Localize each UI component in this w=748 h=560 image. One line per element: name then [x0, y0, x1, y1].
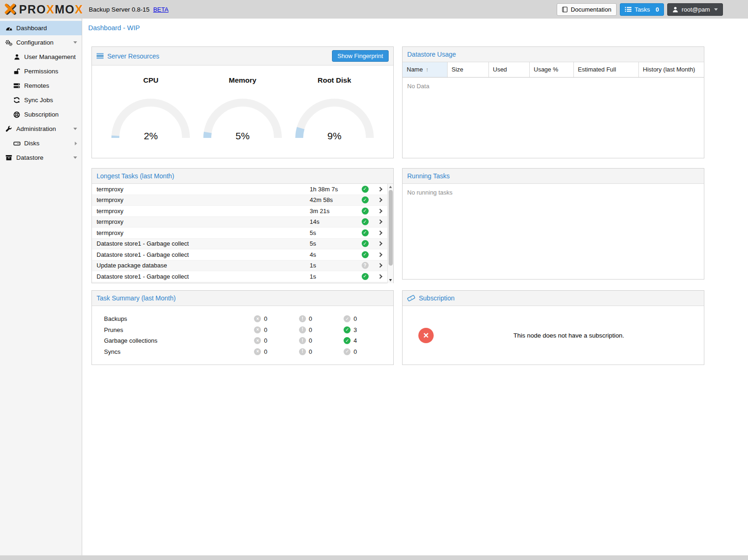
- user-icon: [672, 7, 678, 13]
- chevron-right-icon[interactable]: [377, 187, 382, 191]
- server-resources-icon: [97, 53, 104, 59]
- warning-count-icon: !: [299, 348, 306, 355]
- column-header-size[interactable]: Size: [447, 62, 488, 77]
- task-row[interactable]: termproxy 1h 38m 7s ✓: [92, 184, 393, 195]
- chevron-right-icon[interactable]: [377, 220, 382, 224]
- task-status-icon: ✓: [362, 218, 369, 225]
- error-count-icon: ×: [254, 326, 261, 333]
- summary-row-garbage-collections: Garbage collections ×0 !0 ✓4: [92, 335, 393, 346]
- sidebar-item-configuration[interactable]: Configuration: [0, 35, 82, 50]
- task-row[interactable]: termproxy 3m 21s ✓: [92, 206, 393, 217]
- proxmox-x-icon: [4, 3, 17, 16]
- times-circle-icon: ×: [418, 328, 434, 343]
- column-header-estimated-full[interactable]: Estimated Full: [573, 62, 638, 77]
- chevron-right-icon[interactable]: [377, 208, 382, 213]
- task-status-icon: ✓: [362, 208, 369, 215]
- page-title-bar: Dashboard - WIP: [82, 19, 748, 37]
- server-icon: [13, 83, 21, 89]
- scroll-up-arrow-icon[interactable]: [389, 186, 392, 188]
- error-count-icon: ×: [254, 337, 261, 344]
- sidebar: Dashboard Configuration User Management: [0, 19, 82, 555]
- ok-count-icon: ✓: [344, 337, 351, 344]
- task-status-icon: ?: [362, 262, 369, 269]
- column-header-used[interactable]: Used: [488, 62, 529, 77]
- tasks-button[interactable]: Tasks 0: [620, 3, 664, 16]
- beta-link[interactable]: BETA: [153, 6, 169, 13]
- task-row[interactable]: Datastore store1 - Garbage collect 4s ✓: [92, 249, 393, 260]
- sidebar-item-permissions[interactable]: Permissions: [0, 64, 82, 78]
- task-summary-panel: Task Summary (last Month) Backups ×0 !0 …: [91, 290, 394, 365]
- sidebar-item-subscription[interactable]: Subscription: [0, 107, 82, 122]
- sidebar-item-datastore[interactable]: Datastore: [0, 150, 82, 165]
- running-tasks-empty-text: No running tasks: [403, 184, 704, 201]
- chevron-right-icon[interactable]: [377, 198, 382, 202]
- scroll-down-arrow-icon[interactable]: [389, 279, 392, 281]
- task-row[interactable]: Datastore store1 - Garbage collect 1s ✓: [92, 271, 393, 282]
- sidebar-item-sync-jobs[interactable]: Sync Jobs: [0, 93, 82, 107]
- task-row[interactable]: termproxy 42m 58s ✓: [92, 195, 393, 206]
- sort-ascending-icon: ↑: [426, 66, 429, 73]
- sidebar-item-disks[interactable]: Disks: [0, 136, 82, 150]
- task-row[interactable]: Update package database 1s ?: [92, 260, 393, 272]
- column-header-name[interactable]: Name↑: [403, 62, 447, 77]
- column-header-history[interactable]: History (last Month): [638, 62, 704, 77]
- sync-refresh-icon: [13, 97, 21, 103]
- tasks-count-badge: 0: [656, 6, 659, 13]
- vertical-scrollbar[interactable]: [387, 184, 393, 283]
- resource-gauges: CPU 2% Memory: [92, 65, 393, 139]
- wrench-icon: [5, 126, 13, 132]
- chevron-right-icon[interactable]: [377, 241, 382, 246]
- proxmox-logo[interactable]: PROXMOX: [4, 3, 83, 16]
- book-icon: [562, 7, 568, 13]
- user-menu-button[interactable]: root@pam: [667, 3, 723, 16]
- page-title: Dashboard - WIP: [88, 24, 140, 32]
- scrollbar-thumb[interactable]: [389, 190, 393, 266]
- task-status-icon: ✓: [362, 186, 369, 193]
- top-header: PROXMOX Backup Server 0.8-15 BETA Docume…: [0, 0, 748, 19]
- task-status-icon: ✓: [362, 229, 369, 236]
- longest-tasks-panel: Longest Tasks (last Month) termproxy 1h …: [91, 168, 394, 283]
- sidebar-item-user-management[interactable]: User Management: [0, 50, 82, 64]
- hdd-icon: [13, 141, 21, 146]
- server-resources-title: Server Resources: [107, 52, 159, 60]
- summary-row-backups: Backups ×0 !0 ✓0: [92, 313, 393, 325]
- chevron-right-icon[interactable]: [377, 274, 382, 279]
- memory-gauge: Memory 5%: [199, 76, 286, 139]
- datastore-usage-table: Name↑ Size Used Usage % Estimated Full H…: [403, 62, 704, 78]
- datastore-usage-title: Datastore Usage: [407, 51, 456, 58]
- chevron-right-icon[interactable]: [377, 230, 382, 235]
- proxmox-wordmark: PROXMOX: [19, 3, 83, 16]
- user-icon: [13, 54, 21, 60]
- chevron-right-icon[interactable]: [377, 263, 382, 268]
- task-list-icon: [625, 7, 631, 12]
- datastore-usage-panel: Datastore Usage Name↑ Size: [402, 46, 704, 158]
- sidebar-item-administration[interactable]: Administration: [0, 122, 82, 136]
- product-version: Backup Server 0.8-15: [89, 6, 150, 13]
- task-status-icon: ✓: [362, 251, 369, 258]
- show-fingerprint-button[interactable]: Show Fingerprint: [332, 50, 389, 62]
- chevron-right-icon[interactable]: [377, 252, 382, 257]
- chevron-down-icon: [73, 156, 77, 159]
- chevron-right-icon: [75, 142, 77, 145]
- task-row[interactable]: termproxy 14s ✓: [92, 217, 393, 228]
- task-row[interactable]: Datastore store1 - Garbage collect 5s ✓: [92, 239, 393, 250]
- cpu-gauge: CPU 2%: [107, 76, 194, 139]
- documentation-button[interactable]: Documentation: [557, 3, 616, 16]
- task-status-icon: ✓: [362, 240, 369, 247]
- archive-box-icon: [5, 155, 13, 161]
- chevron-down-icon: [73, 128, 77, 130]
- longest-tasks-title: Longest Tasks (last Month): [97, 172, 174, 180]
- summary-row-prunes: Prunes ×0 !0 ✓3: [92, 325, 393, 336]
- sidebar-item-dashboard[interactable]: Dashboard: [0, 21, 82, 35]
- sidebar-item-remotes[interactable]: Remotes: [0, 78, 82, 93]
- error-count-icon: ×: [254, 315, 261, 322]
- life-ring-icon: [13, 111, 21, 118]
- error-count-icon: ×: [254, 348, 261, 355]
- column-header-usage-pct[interactable]: Usage %: [529, 62, 573, 77]
- task-summary-title: Task Summary (last Month): [97, 294, 176, 302]
- longest-tasks-list: termproxy 1h 38m 7s ✓ termproxy 42m 58s …: [92, 184, 393, 283]
- running-tasks-panel: Running Tasks No running tasks: [402, 168, 704, 280]
- datastore-empty-text: No Data: [403, 78, 704, 95]
- subscription-message: This node does not have a subscription.: [434, 332, 704, 339]
- task-row[interactable]: termproxy 5s ✓: [92, 228, 393, 239]
